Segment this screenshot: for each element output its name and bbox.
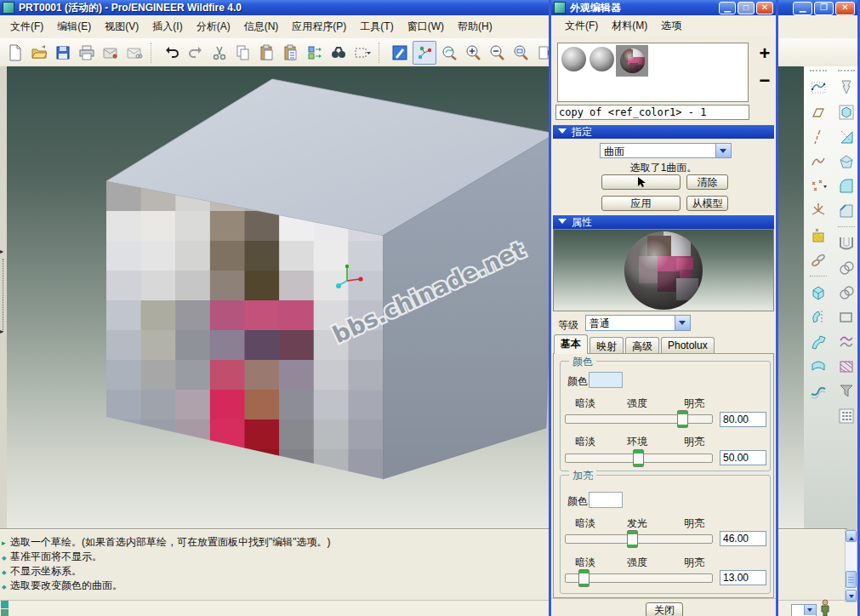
tab-map[interactable]: 映射	[589, 337, 624, 354]
menu-options[interactable]: 选项	[654, 17, 688, 35]
shine-value-field[interactable]	[720, 531, 766, 546]
regenerate-icon[interactable]	[304, 42, 326, 64]
spin-center-icon[interactable]	[413, 41, 436, 65]
copy-geometry-icon[interactable]	[806, 248, 830, 271]
scroll-down-icon[interactable]	[846, 590, 857, 602]
zoom-in-icon[interactable]	[462, 42, 484, 64]
menu-applications[interactable]: 应用程序(P)	[285, 17, 353, 37]
appearance-sphere-icon[interactable]	[561, 46, 587, 72]
sketch-fill-icon[interactable]	[806, 224, 830, 247]
selected-appearance-tile[interactable]	[616, 45, 648, 77]
menu-help[interactable]: 帮助(H)	[451, 17, 499, 37]
shine-slider[interactable]	[565, 534, 713, 544]
boundary-blend-icon[interactable]	[806, 355, 830, 378]
paste-icon[interactable]	[256, 42, 278, 64]
assign-section-header[interactable]: 指定	[553, 125, 774, 139]
ambient-value-field[interactable]	[720, 450, 766, 465]
splitter-handle[interactable]	[3, 259, 3, 332]
chevron-down-icon[interactable]	[715, 144, 731, 157]
trim-icon[interactable]	[834, 305, 858, 328]
open-icon[interactable]	[28, 42, 50, 64]
highlight-intensity-value-field[interactable]	[720, 570, 766, 585]
tab-basic[interactable]: 基本	[554, 334, 588, 354]
merge-icon[interactable]	[834, 256, 858, 279]
intensity-value-field[interactable]	[720, 412, 766, 427]
datum-plane-icon[interactable]	[806, 100, 830, 123]
slider-handle[interactable]	[677, 410, 688, 428]
offset-icon[interactable]	[834, 330, 858, 353]
redo-icon[interactable]	[185, 42, 207, 64]
draft-icon[interactable]	[834, 125, 858, 148]
level-combo[interactable]: 普通	[585, 315, 691, 331]
clear-button[interactable]: 清除	[686, 174, 728, 190]
zoom-out-icon[interactable]	[486, 42, 508, 64]
menu-view[interactable]: 视图(V)	[98, 17, 145, 37]
print-icon[interactable]	[76, 42, 98, 64]
style-icon[interactable]	[806, 379, 830, 402]
minimize-icon[interactable]: ▁	[793, 2, 812, 15]
menu-window[interactable]: 窗口(W)	[401, 17, 451, 37]
extrude-icon[interactable]	[806, 281, 830, 304]
tab-photolux[interactable]: Photolux	[661, 337, 715, 354]
sweep-icon[interactable]	[806, 330, 830, 353]
message-scrollbar[interactable]	[845, 529, 857, 602]
menu-file[interactable]: 文件(F)	[3, 17, 50, 37]
tab-advanced[interactable]: 高级	[625, 337, 659, 354]
close-button[interactable]: 关闭	[646, 602, 683, 616]
appearance-palette[interactable]	[557, 43, 749, 102]
menu-edit[interactable]: 编辑(E)	[50, 17, 98, 37]
extrude-surface-icon[interactable]	[834, 100, 858, 123]
appearance-name-field[interactable]: copy of <ref_color1> - 1	[555, 105, 749, 120]
chevron-down-icon[interactable]	[804, 605, 816, 615]
appearance-sphere-icon[interactable]	[589, 46, 615, 72]
solidify-icon[interactable]	[834, 379, 858, 402]
menu-tools[interactable]: 工具(T)	[353, 17, 400, 37]
orient-icon[interactable]	[438, 42, 460, 64]
ambient-slider[interactable]	[565, 453, 713, 463]
menu-file[interactable]: 文件(F)	[558, 17, 605, 35]
scroll-up-icon[interactable]	[846, 530, 857, 542]
splitter-arrow-icon[interactable]: ▸	[0, 328, 3, 335]
slider-handle[interactable]	[627, 530, 638, 548]
datum-point-icon[interactable]	[806, 174, 830, 197]
coordinate-system-icon[interactable]	[806, 199, 830, 222]
copy-icon[interactable]	[232, 42, 254, 64]
from-model-button[interactable]: 从模型	[686, 196, 728, 211]
minimize-icon[interactable]: ▁	[719, 2, 736, 14]
mail-send-icon[interactable]	[100, 42, 122, 64]
diffuse-color-swatch[interactable]	[589, 372, 623, 388]
highlight-intensity-slider[interactable]	[565, 573, 713, 583]
select-surfaces-button[interactable]	[601, 174, 681, 190]
pattern-icon[interactable]	[834, 404, 858, 427]
highlight-color-swatch[interactable]	[589, 492, 623, 508]
select-box-icon[interactable]	[351, 42, 373, 64]
swept-blend-icon[interactable]	[834, 76, 858, 99]
repaint-icon[interactable]	[389, 42, 411, 64]
restore-icon[interactable]: ❐	[814, 2, 834, 15]
mail-link-icon[interactable]	[123, 42, 145, 64]
find-icon[interactable]	[327, 42, 350, 64]
add-appearance-button[interactable]: +	[755, 44, 774, 63]
close-icon[interactable]: ✕	[835, 2, 855, 15]
sketch-curve-icon[interactable]	[806, 150, 830, 173]
slider-handle[interactable]	[578, 569, 589, 587]
solid-block-icon[interactable]	[834, 150, 858, 173]
slider-handle[interactable]	[633, 449, 644, 467]
properties-section-header[interactable]: 属性	[553, 215, 774, 229]
cut-icon[interactable]	[208, 42, 231, 64]
undo-icon[interactable]	[161, 42, 183, 64]
apply-button[interactable]: 应用	[601, 196, 681, 211]
remove-appearance-button[interactable]: −	[755, 71, 774, 90]
new-file-icon[interactable]	[4, 42, 26, 64]
save-icon[interactable]	[52, 42, 74, 64]
zoom-fit-icon[interactable]	[510, 42, 532, 64]
selection-filter-combo[interactable]	[791, 604, 817, 616]
scrollbar-thumb[interactable]	[846, 571, 857, 588]
datum-axis-icon[interactable]	[806, 125, 830, 148]
chevron-down-icon[interactable]	[675, 316, 690, 330]
splitter-arrow-icon[interactable]: ▸	[0, 248, 3, 255]
menu-insert[interactable]: 插入(I)	[145, 17, 189, 37]
menu-analysis[interactable]: 分析(A)	[190, 17, 237, 37]
paste-special-icon[interactable]	[280, 42, 302, 64]
section-icon[interactable]	[834, 355, 858, 378]
